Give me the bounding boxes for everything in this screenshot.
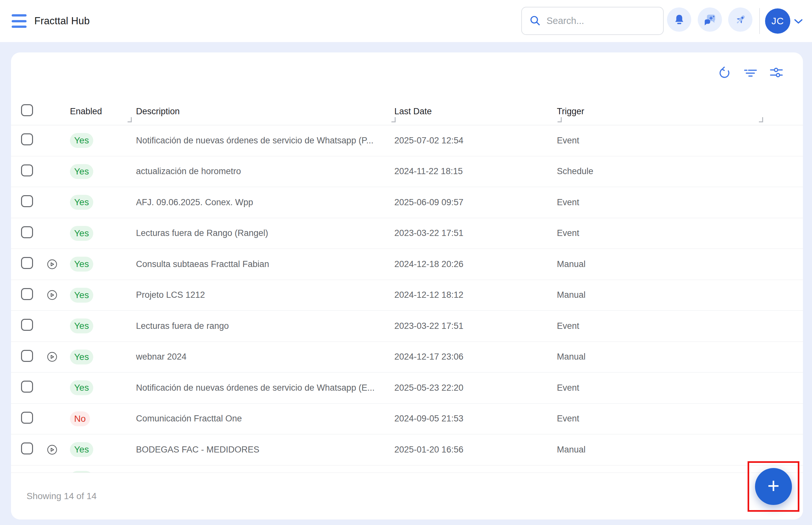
row-checkbox[interactable] (21, 195, 33, 207)
enabled-badge: Yes (70, 195, 93, 210)
card-toolbar (718, 66, 783, 80)
description-cell: webnar 2024 (136, 352, 394, 362)
sliders-icon (769, 66, 783, 80)
trigger-cell: Manual (557, 290, 803, 300)
trigger-cell: Event (557, 197, 803, 208)
row-checkbox[interactable] (21, 133, 33, 145)
table-row[interactable]: Yes Lecturas fuera de Rango (Rangel) 202… (11, 218, 803, 249)
trigger-cell: Event (557, 414, 803, 424)
table-row[interactable]: Yes Projeto LCS 1212 2024-12-12 18:12 Ma… (11, 280, 803, 311)
play-icon[interactable] (47, 350, 57, 364)
filter-icon (743, 66, 758, 80)
table-row[interactable]: Yes Notificación de nuevas órdenes de se… (11, 125, 803, 156)
table-row[interactable]: Yes webnar 2024 2024-12-17 23:06 Manual (11, 342, 803, 373)
column-resize-handle[interactable] (392, 117, 396, 122)
row-checkbox[interactable] (21, 288, 33, 300)
last-date-cell: 2024-12-17 23:06 (394, 352, 557, 362)
chat-sparkles-icon (703, 13, 717, 27)
table-row[interactable]: No Comunicación Fracttal One 2024-09-05 … (11, 404, 803, 435)
table-row[interactable]: Yes Lecturas fuera de rango 2023-03-22 1… (11, 311, 803, 342)
trigger-cell: Manual (557, 445, 803, 455)
avatar[interactable]: JC (765, 9, 790, 34)
table-footer: Showing 14 of 14 (11, 472, 803, 520)
topbar: Fracttal Hub (0, 0, 812, 42)
trigger-cell: Event (557, 228, 803, 238)
play-icon[interactable] (47, 257, 57, 271)
last-date-cell: 2024-09-05 21:53 (394, 414, 557, 424)
trigger-cell: Event (557, 321, 803, 331)
play-icon[interactable] (47, 288, 57, 302)
table-row[interactable]: Yes BODEGAS FAC - MEDIDORES 2025-01-20 1… (11, 434, 803, 465)
enabled-badge: Yes (70, 226, 93, 241)
trigger-cell: Manual (557, 259, 803, 269)
table-row[interactable]: Yes Notificación de nuevas órdenes de se… (11, 373, 803, 404)
search-box[interactable] (521, 7, 664, 35)
description-cell: BODEGAS FAC - MEDIDORES (136, 445, 394, 455)
description-cell: AFJ. 09.06.2025. Conex. Wpp (136, 197, 394, 208)
select-all-checkbox[interactable] (21, 104, 33, 116)
notifications-button[interactable] (667, 7, 691, 32)
description-cell: Lecturas fuera de rango (136, 321, 394, 331)
last-date-cell: 2025-01-20 16:56 (394, 445, 557, 455)
refresh-icon (718, 66, 732, 80)
last-date-cell: 2024-12-18 20:26 (394, 259, 557, 269)
last-date-cell: 2024-11-22 18:15 (394, 166, 557, 176)
enabled-badge: No (70, 411, 90, 426)
enabled-badge: Yes (70, 133, 93, 148)
table-card: Enabled Description Last Date Trigger Ye… (11, 52, 803, 520)
row-checkbox[interactable] (21, 319, 33, 331)
row-checkbox[interactable] (21, 164, 33, 176)
table-row[interactable]: Yes Consulta subtaeas Fracttal Fabian 20… (11, 249, 803, 280)
row-checkbox[interactable] (21, 412, 33, 424)
ai-chat-button[interactable] (698, 7, 722, 32)
trigger-cell: Manual (557, 352, 803, 362)
plus-icon: + (767, 476, 779, 496)
description-cell: Consulta subtaeas Fracttal Fabian (136, 259, 394, 269)
column-resize-handle[interactable] (128, 117, 132, 122)
showing-count: Showing 14 of 14 (27, 491, 97, 501)
column-settings-button[interactable] (769, 66, 783, 80)
menu-button[interactable] (12, 14, 27, 28)
menu-icon (12, 14, 27, 16)
row-checkbox[interactable] (21, 350, 33, 362)
column-resize-handle[interactable] (558, 117, 562, 122)
row-checkbox[interactable] (21, 257, 33, 269)
enabled-badge: Yes (70, 164, 93, 179)
row-checkbox[interactable] (21, 226, 33, 238)
add-button[interactable]: + (755, 468, 792, 505)
trigger-cell: Schedule (557, 166, 803, 176)
table-header: Enabled Description Last Date Trigger (11, 98, 803, 125)
enabled-badge: Yes (70, 349, 93, 364)
row-checkbox[interactable] (21, 442, 33, 454)
enabled-badge: Yes (70, 257, 93, 272)
last-date-cell: 2024-12-12 18:12 (394, 290, 557, 300)
trigger-cell: Event (557, 383, 803, 393)
last-date-cell: 2025-05-23 22:20 (394, 383, 557, 393)
table-row[interactable]: Yes (11, 465, 803, 473)
column-resize-handle[interactable] (759, 117, 763, 122)
column-header-last-date[interactable]: Last Date (394, 106, 557, 117)
chevron-down-icon[interactable] (794, 18, 803, 24)
filter-button[interactable] (743, 66, 758, 80)
search-input[interactable] (547, 16, 656, 26)
table-row[interactable]: Yes actualización de horometro 2024-11-2… (11, 156, 803, 188)
refresh-button[interactable] (718, 66, 732, 80)
column-header-description[interactable]: Description (136, 106, 394, 117)
last-date-cell: 2023-03-22 17:51 (394, 321, 557, 331)
topbar-divider (759, 8, 760, 34)
enabled-badge: Yes (70, 318, 93, 333)
rocket-icon (734, 13, 747, 27)
column-header-enabled[interactable]: Enabled (67, 106, 136, 117)
enabled-badge: Yes (70, 380, 93, 395)
last-date-cell: 2025-06-09 09:57 (394, 197, 557, 208)
table-body: Yes Notificación de nuevas órdenes de se… (11, 125, 803, 472)
play-icon[interactable] (47, 443, 57, 457)
enabled-badge: Yes (70, 442, 93, 457)
description-cell: Comunicación Fracttal One (136, 414, 394, 424)
column-header-trigger[interactable]: Trigger (557, 106, 803, 117)
row-checkbox[interactable] (21, 381, 33, 393)
last-date-cell: 2023-03-22 17:51 (394, 228, 557, 238)
rocket-button[interactable] (728, 7, 752, 32)
table-row[interactable]: Yes AFJ. 09.06.2025. Conex. Wpp 2025-06-… (11, 187, 803, 218)
description-cell: Notificación de nuevas órdenes de servic… (136, 383, 394, 393)
